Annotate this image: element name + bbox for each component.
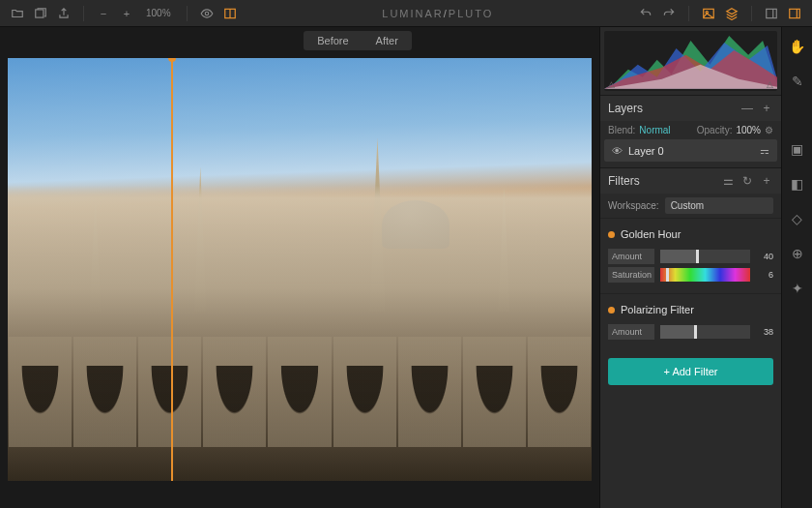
add-layer-icon[interactable]: + (760, 102, 773, 115)
blend-label: Blend: (608, 125, 635, 135)
separator (83, 6, 84, 21)
layer-options-icon[interactable]: ⚎ (760, 144, 769, 157)
filters-title: Filters (608, 174, 640, 188)
panel-layout-icon[interactable] (762, 4, 781, 23)
layer-name: Layer 0 (628, 145, 664, 157)
layers-panel-icon[interactable] (722, 4, 741, 23)
erase-icon[interactable]: ◇ (788, 209, 807, 228)
filters-header: Filters ⚌ ↻ + (600, 168, 781, 194)
image-panel-icon[interactable] (699, 4, 718, 23)
layer-settings-icon[interactable]: ⚙ (765, 125, 773, 135)
slider-amount: Amount 40 (608, 249, 773, 264)
tool-strip: ✋ ✎ ▣ ◧ ◇ ⊕ ✦ (781, 27, 812, 508)
right-panel: △ △ Layers — + Blend: Normal Opacity: 10… (599, 27, 781, 508)
separator (751, 6, 752, 21)
compare-icon[interactable] (220, 4, 240, 23)
before-after-tabs: Before After (116, 27, 599, 56)
compare-split-line[interactable] (171, 58, 173, 481)
filter-title[interactable]: Golden Hour (608, 224, 773, 246)
canvas-area: Before After (0, 27, 599, 508)
filters-section: Filters ⚌ ↻ + Workspace: Custom Golden H… (600, 167, 781, 393)
zoom-in-icon[interactable]: + (117, 4, 136, 23)
filters-add-icon[interactable]: + (760, 174, 773, 188)
open-folder-icon[interactable] (8, 4, 27, 23)
slider-track[interactable] (660, 268, 750, 282)
svg-rect-0 (36, 9, 44, 16)
slider-track[interactable] (660, 250, 750, 263)
tabs-icon[interactable] (31, 4, 50, 23)
slider-amount: Amount 38 (608, 324, 773, 340)
brush-icon[interactable]: ✎ (788, 72, 807, 91)
app-title: LUMINAR/PLUTO (382, 8, 493, 19)
filter-enabled-dot-icon[interactable] (608, 307, 615, 314)
histogram[interactable]: △ △ (604, 31, 777, 91)
workspace-label: Workspace: (608, 200, 659, 211)
svg-point-1 (205, 12, 209, 15)
filter-title[interactable]: Polarizing Filter (608, 300, 773, 321)
side-panel-icon[interactable] (785, 4, 804, 23)
workspace-row: Workspace: Custom (600, 194, 781, 218)
layers-header: Layers — + (600, 96, 781, 121)
denoise-icon[interactable]: ✦ (788, 279, 807, 298)
filter-polarizing: Polarizing Filter Amount 38 (600, 293, 781, 350)
svg-rect-8 (790, 9, 800, 17)
slider-saturation: Saturation 6 (608, 267, 773, 283)
tab-before[interactable]: Before (304, 31, 362, 50)
redo-icon[interactable] (659, 4, 679, 23)
opacity-label: Opacity: (697, 125, 733, 135)
layers-section: Layers — + Blend: Normal Opacity: 100% ⚙… (600, 95, 781, 167)
svg-rect-6 (767, 9, 777, 17)
photo-preview (8, 58, 592, 481)
layer-blend-row: Blend: Normal Opacity: 100% ⚙ (600, 121, 781, 139)
image-canvas[interactable] (8, 58, 592, 481)
opacity-value[interactable]: 100% (736, 125, 761, 135)
slider-track[interactable] (660, 325, 750, 339)
share-icon[interactable] (54, 4, 73, 23)
workspace-select[interactable]: Custom (665, 197, 773, 214)
layers-title: Layers (608, 102, 643, 115)
shadow-clip-icon[interactable]: △ (608, 79, 615, 89)
filter-enabled-dot-icon[interactable] (608, 231, 615, 238)
layer-visibility-icon[interactable]: 👁 (612, 145, 623, 157)
blend-mode[interactable]: Normal (639, 125, 670, 135)
layer-item[interactable]: 👁 Layer 0 ⚎ (604, 139, 777, 162)
preview-eye-icon[interactable] (197, 4, 217, 23)
separator (187, 6, 188, 21)
filters-sliders-icon[interactable]: ⚌ (721, 174, 735, 188)
highlight-clip-icon[interactable]: △ (767, 79, 773, 89)
add-filter-button[interactable]: + Add Filter (608, 358, 773, 385)
undo-icon[interactable] (636, 4, 655, 23)
top-toolbar: − + 100% LUMINAR/PLUTO (0, 0, 812, 27)
filter-golden-hour: Golden Hour Amount 40 Saturation 6 (600, 218, 781, 293)
clone-icon[interactable]: ⊕ (788, 244, 807, 263)
main-area: Before After △ △ (0, 27, 812, 508)
separator (688, 6, 689, 21)
zoom-out-icon[interactable]: − (94, 4, 113, 23)
hand-icon[interactable]: ✋ (788, 37, 807, 56)
tab-after[interactable]: After (362, 31, 412, 50)
zoom-level[interactable]: 100% (146, 8, 171, 18)
layer-collapse-icon[interactable]: — (740, 102, 754, 115)
transform-icon[interactable]: ◧ (788, 174, 807, 194)
filters-refresh-icon[interactable]: ↻ (740, 174, 754, 188)
crop-icon[interactable]: ▣ (788, 139, 807, 159)
